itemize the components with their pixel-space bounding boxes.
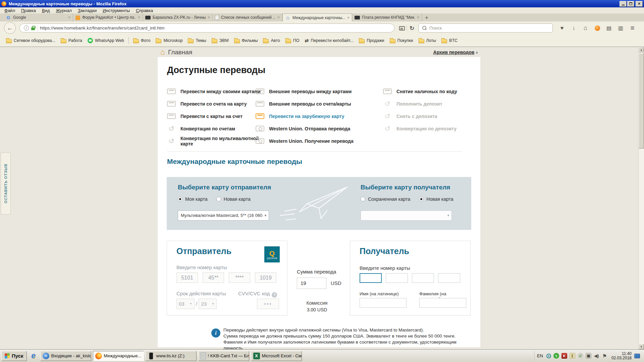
receiver-card-field-4[interactable] (438, 273, 460, 283)
menu-item[interactable]: Инструменты (100, 8, 133, 13)
start-button[interactable]: Пуск (1, 351, 27, 361)
bookmark-item[interactable]: BTC (439, 38, 460, 44)
transfer-link[interactable]: Перевести на зарубежную карту (256, 110, 380, 122)
radio-button[interactable] (419, 197, 424, 201)
breadcrumb[interactable]: Главная (160, 48, 192, 57)
reload-button[interactable] (407, 24, 417, 33)
kaspersky-icon[interactable] (561, 353, 567, 359)
wireless-icon[interactable] (546, 354, 551, 358)
url-text[interactable]: https://www.homebank.kz/finance/transfer… (40, 25, 164, 31)
back-button[interactable]: ← (4, 22, 16, 34)
menu-item[interactable]: Закладки (75, 8, 100, 13)
search-input[interactable]: Поиск (419, 23, 553, 33)
expiry-year-select[interactable]: 23▼ (199, 299, 217, 309)
sender-card-dropdown[interactable]: Мультивалютная Mastercard, 5** (16 060.5 (178, 210, 269, 221)
bookmark-item[interactable]: ПО (283, 38, 302, 44)
bookmark-item[interactable]: Темы (185, 38, 209, 44)
archive-link[interactable]: Архив переводов› (421, 50, 478, 55)
browser-tab[interactable]: Google× (3, 13, 73, 21)
library-icon[interactable] (604, 23, 613, 33)
sender-radio-option[interactable]: Моя карта (178, 196, 208, 202)
radio-button[interactable] (361, 197, 365, 201)
transfer-link[interactable]: Снятие наличных по коду (383, 85, 474, 98)
bookmark-item[interactable]: Продажи (356, 38, 387, 44)
close-tab-icon[interactable]: × (277, 15, 280, 20)
bookmark-item[interactable]: Перевести килобайт... (302, 37, 356, 44)
transfer-link[interactable]: Перевести между своими картами (167, 85, 268, 98)
transfer-link[interactable]: Конвертация по мультивалютной карте (167, 135, 268, 147)
vertical-scrollbar[interactable]: ▲ ▼ (638, 47, 644, 349)
surname-input[interactable] (419, 298, 466, 308)
minimize-button[interactable] (620, 1, 627, 7)
bookmark-item[interactable]: Фото (130, 38, 153, 44)
radio-button[interactable] (178, 197, 182, 201)
address-bar[interactable]: https://www.homebank.kz/finance/transfer… (19, 23, 394, 33)
transfer-link[interactable]: Конвертация по счетам (167, 122, 268, 135)
network-icon[interactable] (586, 353, 591, 359)
sidebar-icon[interactable] (616, 23, 625, 33)
menu-item[interactable]: Вид (39, 8, 53, 13)
browser-tab[interactable]: Международные карточны...× (282, 13, 352, 21)
bookmark-item[interactable]: Работа (58, 38, 85, 44)
menu-icon[interactable] (628, 23, 637, 33)
browser-tab[interactable]: Барахолка ZX-PK.ru - Личны...× (143, 13, 213, 21)
feedback-tab[interactable]: ОСТАВИТЬ ОТЗЫВ (1, 153, 11, 215)
bookmark-item[interactable]: Покупки (387, 38, 416, 44)
taskbar-button[interactable]: www.tis.kz (Z:) (146, 351, 197, 361)
breadcrumb-label[interactable]: Главная (168, 49, 192, 56)
menu-item[interactable]: Журнал (53, 8, 74, 13)
browser-tab[interactable]: Список личных сообщений ...× (213, 13, 282, 21)
transfer-link[interactable]: Внешние переводы между картами (256, 85, 380, 98)
help-icon[interactable]: ? (272, 292, 277, 298)
menu-item[interactable]: Правка (18, 8, 39, 13)
transfer-link[interactable]: Western Union. Получение перевода (256, 135, 380, 147)
scroll-down-icon[interactable]: ▼ (639, 344, 644, 349)
scroll-up-icon[interactable]: ▲ (639, 47, 644, 52)
new-tab-button[interactable]: + (422, 14, 431, 21)
receiver-card-field-2[interactable] (386, 273, 408, 283)
sigma-icon[interactable] (570, 353, 575, 359)
flag-icon[interactable] (602, 353, 607, 359)
pocket-icon[interactable] (557, 23, 567, 33)
close-tab-icon[interactable]: × (347, 15, 350, 20)
bookmark-item[interactable]: WhatsApp Web (85, 37, 127, 44)
scrollbar-thumb[interactable] (639, 53, 644, 148)
browser-tab[interactable]: Форум РадиоКот • Центр по...× (73, 13, 143, 21)
bookmark-item[interactable]: Сетевое оборудова... (3, 38, 58, 44)
menu-item[interactable]: Файл (1, 8, 18, 13)
home-icon[interactable] (581, 23, 590, 33)
bookmark-item[interactable]: Microskop (153, 38, 185, 44)
power-icon[interactable] (553, 353, 559, 359)
receiver-radio-option[interactable]: Новая карта (419, 196, 453, 202)
close-button[interactable]: × (636, 1, 643, 7)
usb-icon[interactable] (578, 353, 583, 359)
downloads-icon[interactable] (569, 23, 578, 33)
close-tab-icon[interactable]: × (208, 15, 210, 20)
bookmark-item[interactable]: Лоты (416, 38, 439, 44)
receiver-card-field-1[interactable] (360, 273, 382, 283)
archive-link-label[interactable]: Архив переводов (433, 50, 475, 55)
language-indicator[interactable]: EN (537, 353, 543, 358)
bookmark-item[interactable]: Фильмы (231, 38, 261, 44)
bookmark-item[interactable]: Авто (260, 38, 282, 44)
page-info-icon[interactable] (24, 25, 29, 31)
internet-explorer-icon[interactable] (29, 351, 39, 361)
transfer-link[interactable]: Western Union. Отправка перевода (256, 122, 380, 135)
taskbar-button[interactable]: Microsoft Excel - Сме... (251, 351, 302, 361)
restore-button[interactable] (627, 1, 634, 7)
amount-input[interactable]: 19 (297, 278, 326, 289)
browser-tab[interactable]: Плата реплики КНГМД "Мик...× (352, 13, 422, 21)
bookmark-item[interactable]: ЭВМ (209, 38, 231, 44)
show-desktop-icon[interactable] (634, 354, 640, 358)
receiver-radio-option[interactable]: Сохраненная карта (361, 196, 410, 202)
receiver-card-field-3[interactable] (412, 273, 434, 283)
transfer-link[interactable]: Внешние переводы со счета/карты (256, 98, 380, 110)
sender-radio-option[interactable]: Новая карта (216, 196, 251, 202)
close-tab-icon[interactable]: × (138, 15, 140, 20)
transfer-link[interactable]: Перевести со счета на карту (167, 98, 268, 110)
receiver-card-dropdown[interactable] (361, 210, 452, 221)
name-input[interactable] (360, 298, 407, 308)
transfer-link[interactable]: Перевести с карты на счет (167, 110, 268, 122)
taskbar-button[interactable]: Международные... (93, 351, 144, 361)
account-icon[interactable] (593, 23, 602, 33)
